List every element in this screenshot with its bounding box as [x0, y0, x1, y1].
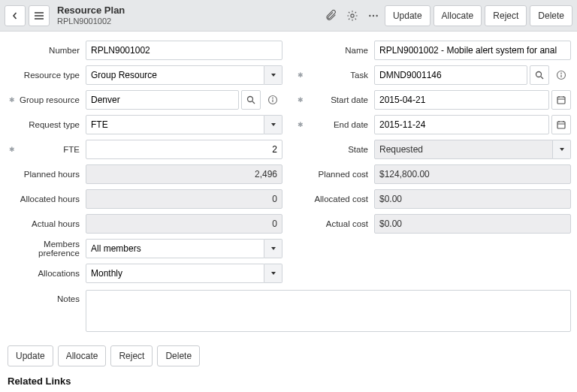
resource-type-select[interactable] — [86, 65, 264, 85]
label-actual-cost: Actual cost — [295, 219, 374, 228]
allocate-button[interactable]: Allocate — [434, 5, 482, 26]
footer-allocate-button[interactable]: Allocate — [58, 345, 107, 366]
label-actual-hours: Actual hours — [6, 219, 86, 228]
label-state: State — [295, 145, 374, 154]
request-type-select[interactable] — [86, 115, 264, 134]
reject-button[interactable]: Reject — [485, 5, 527, 26]
label-planned-hours: Planned hours — [6, 170, 86, 179]
request-type-caret[interactable] — [264, 115, 282, 134]
label-fte: FTE — [6, 145, 86, 154]
members-pref-select[interactable] — [86, 239, 264, 258]
label-name: Name — [295, 46, 374, 55]
menu-button[interactable] — [29, 5, 50, 26]
left-column: Number Resource type Group resource — [6, 39, 282, 287]
task-input[interactable] — [374, 65, 527, 85]
resource-type-caret[interactable] — [264, 65, 282, 85]
task-lookup[interactable] — [530, 65, 549, 85]
group-resource-lookup[interactable] — [241, 90, 261, 110]
label-allocations: Allocations — [6, 269, 86, 278]
label-task: Task — [295, 71, 374, 80]
attachments-button[interactable] — [323, 5, 340, 26]
allocations-caret[interactable] — [264, 264, 282, 283]
form-header: Resource Plan RPLN9001002 Update Allocat… — [0, 0, 577, 32]
state-value: Requested — [374, 140, 553, 159]
allocations-select[interactable] — [86, 264, 264, 283]
start-date-picker[interactable] — [551, 90, 571, 110]
caret-down-icon — [270, 246, 276, 252]
label-start-date: Start date — [295, 95, 374, 104]
info-icon — [267, 95, 278, 105]
allocated-hours-value: 0 — [86, 189, 282, 209]
gear-icon — [346, 10, 358, 22]
label-notes: Notes — [6, 290, 86, 303]
right-column: Name Task Start date End date — [295, 39, 571, 287]
label-request-type: Request type — [6, 120, 86, 129]
caret-down-icon — [270, 270, 276, 276]
more-actions-button[interactable] — [365, 5, 382, 26]
footer-actions: Update Allocate Reject Delete — [0, 335, 577, 372]
label-allocated-cost: Allocated cost — [295, 194, 374, 204]
state-caret[interactable] — [553, 140, 571, 159]
footer-update-button[interactable]: Update — [8, 345, 53, 366]
caret-down-icon — [559, 146, 565, 152]
delete-button[interactable]: Delete — [530, 5, 572, 26]
group-resource-input[interactable] — [86, 90, 239, 110]
end-date-input[interactable] — [374, 115, 549, 134]
calendar-icon — [557, 95, 566, 104]
planned-cost-value: $124,800.00 — [374, 164, 571, 184]
search-icon — [535, 71, 544, 80]
fte-input[interactable] — [86, 140, 282, 159]
footer-reject-button[interactable]: Reject — [110, 345, 153, 366]
members-pref-caret[interactable] — [264, 239, 282, 258]
start-date-input[interactable] — [374, 90, 549, 110]
task-info[interactable] — [551, 65, 571, 85]
svg-rect-10 — [557, 97, 565, 104]
search-icon — [246, 95, 255, 104]
label-planned-cost: Planned cost — [295, 170, 374, 179]
calendar-icon — [557, 120, 566, 129]
planned-hours-value: 2,496 — [86, 164, 282, 184]
page-title: Resource Plan — [57, 5, 125, 17]
caret-down-icon — [270, 122, 276, 128]
svg-point-9 — [560, 73, 562, 74]
actual-hours-value: 0 — [86, 214, 282, 234]
group-resource-info[interactable] — [263, 90, 282, 110]
ellipsis-icon — [367, 10, 379, 22]
svg-rect-11 — [557, 122, 565, 128]
label-number: Number — [6, 46, 86, 55]
info-icon — [556, 70, 566, 80]
name-input[interactable] — [374, 41, 571, 60]
actual-cost-value: $0.00 — [374, 214, 571, 234]
page-subtitle: RPLN9001002 — [57, 17, 125, 26]
svg-point-6 — [272, 98, 273, 99]
svg-point-1 — [369, 14, 370, 16]
settings-button[interactable] — [344, 5, 361, 26]
link-resource-workbench[interactable]: Resource Workbench — [8, 389, 94, 392]
label-group-resource: Group resource — [6, 95, 86, 104]
label-members-pref: Members preference — [6, 240, 86, 258]
svg-point-3 — [376, 14, 377, 16]
update-button[interactable]: Update — [385, 5, 430, 26]
end-date-picker[interactable] — [551, 115, 571, 134]
svg-point-0 — [351, 14, 354, 17]
back-button[interactable] — [5, 5, 26, 26]
svg-point-4 — [248, 97, 253, 102]
allocated-cost-value: $0.00 — [374, 189, 571, 209]
chevron-left-icon — [11, 12, 19, 20]
svg-point-2 — [373, 14, 374, 16]
number-input[interactable] — [86, 41, 282, 60]
label-resource-type: Resource type — [6, 71, 86, 80]
related-links-section: Related Links Resource Workbench Update … — [0, 372, 577, 392]
form-body: Number Resource type Group resource — [0, 32, 577, 335]
header-title-block: Resource Plan RPLN9001002 — [57, 5, 125, 26]
notes-textarea[interactable] — [86, 290, 571, 332]
svg-point-7 — [536, 72, 542, 77]
related-links-heading: Related Links — [8, 375, 569, 387]
label-end-date: End date — [295, 120, 374, 129]
footer-delete-button[interactable]: Delete — [157, 345, 200, 366]
paperclip-icon — [325, 10, 337, 22]
caret-down-icon — [270, 72, 276, 78]
label-allocated-hours: Allocated hours — [6, 194, 86, 204]
hamburger-icon — [35, 12, 44, 20]
